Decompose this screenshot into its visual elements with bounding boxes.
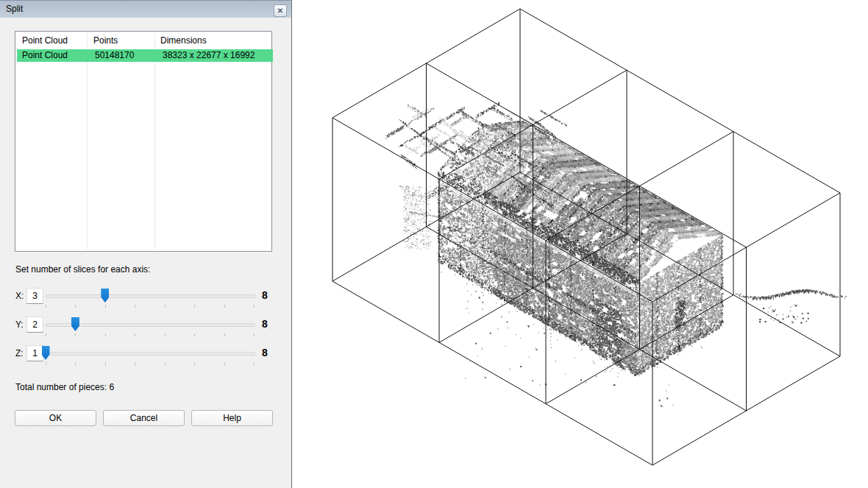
total-pieces-label: Total number of pieces: 6 [15,382,114,392]
slider-tick [194,305,195,308]
slider-track-z[interactable] [46,352,255,356]
slider-tick [135,333,135,336]
close-button[interactable]: ✕ [274,4,287,17]
slider-track-x[interactable] [46,294,255,298]
slider-tick [254,362,255,365]
slider-max-y: 8 [262,318,268,330]
slider-tick [224,305,225,308]
slider-tick [194,362,195,365]
slider-tick [165,333,166,336]
cell-name: Point Cloud [17,49,92,62]
header-point-cloud[interactable]: Point Cloud [22,35,68,46]
axis-value-x[interactable]: 3 [26,288,43,304]
split-dialog: Split ✕ Point Cloud Points Dimensions Po… [0,0,291,488]
column-separator [154,33,155,250]
slices-label: Set number of slices for each axis: [15,264,150,275]
slider-tick [75,305,76,308]
slider-row-y: Y: 2 8 [0,317,291,337]
slider-row-x: X: 3 8 [0,288,291,308]
axis-label-x: X: [15,291,24,301]
slider-tick [46,305,46,308]
header-dimensions[interactable]: Dimensions [160,35,207,46]
slider-tick [135,305,135,308]
axis-label-z: Z: [15,348,24,358]
slider-tick [135,362,135,365]
slider-tick [194,333,195,336]
slider-tick [46,362,46,365]
slider-tick [254,305,255,308]
close-icon: ✕ [277,7,283,15]
slider-tick [75,362,76,365]
slider-tick [165,362,166,365]
header-points[interactable]: Points [93,35,118,46]
slider-tick [224,333,225,336]
slider-tick [105,305,106,308]
axis-value-y[interactable]: 2 [26,317,43,333]
slider-thumb-x[interactable] [101,289,109,303]
axis-value-z[interactable]: 1 [26,345,43,361]
cancel-button[interactable]: Cancel [103,410,185,426]
slider-tick [75,333,76,336]
slider-row-z: Z: 1 8 [0,345,291,366]
column-separator [87,33,88,250]
total-pieces-value: 6 [109,382,114,392]
ok-button[interactable]: OK [15,410,96,426]
slider-tick [254,333,255,336]
point-cloud-table[interactable]: Point Cloud Points Dimensions Point Clou… [15,31,272,252]
slider-tick [224,362,225,365]
slider-tick [105,333,106,336]
help-button[interactable]: Help [191,410,273,426]
cell-points: 50148170 [88,49,161,62]
dialog-title: Split [6,4,23,14]
slider-max-z: 8 [262,347,268,358]
slider-tick [105,362,106,365]
3d-viewport[interactable] [292,0,868,488]
slider-thumb-y[interactable] [71,317,79,331]
dialog-title-bar: Split ✕ [0,0,291,18]
slider-tick [46,333,46,336]
slider-max-x: 8 [262,289,268,301]
table-row[interactable]: Point Cloud 50148170 38323 x 22677 x 169… [17,49,270,62]
axis-label-y: Y: [15,319,24,330]
cell-dimensions: 38323 x 22677 x 16992 [156,49,273,62]
slider-tick [165,305,166,308]
